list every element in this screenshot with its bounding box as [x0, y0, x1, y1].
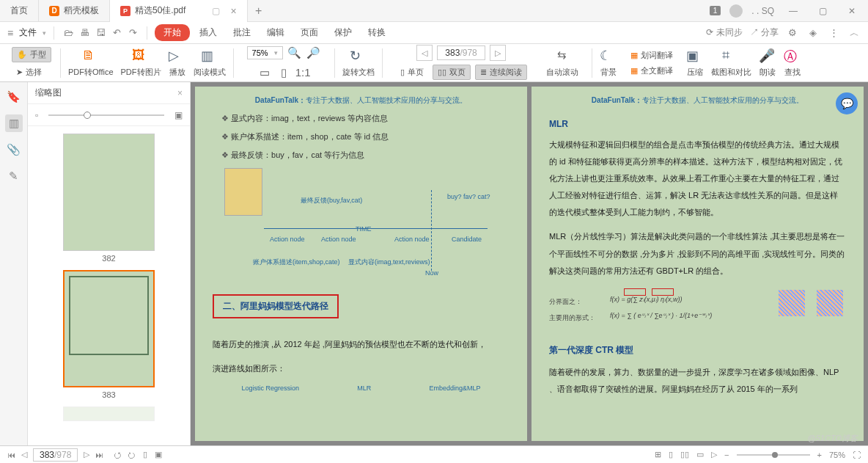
collapse-ribbon-icon[interactable]: ︿	[847, 26, 861, 40]
auto-scroll-button[interactable]: 自动滚动	[542, 65, 583, 79]
select-tool-button[interactable]: ➤选择	[12, 65, 46, 79]
thumb-large-icon[interactable]: ▣	[174, 110, 183, 120]
read-mode-button[interactable]: ▥阅读模式	[191, 46, 229, 79]
maximize-button[interactable]: ▢	[812, 6, 833, 16]
hamburger-icon[interactable]: ≡	[7, 27, 13, 39]
view-mode-icon[interactable]: ▯	[143, 450, 147, 459]
sync-status[interactable]: ⟳ 未同步	[706, 26, 742, 39]
next-page-button[interactable]: ▷	[490, 45, 506, 61]
menu-annotate[interactable]: 批注	[227, 25, 257, 40]
minimize-button[interactable]: —	[783, 6, 803, 16]
play-button[interactable]: ▷播放	[166, 46, 189, 79]
jump-button[interactable]: ⇆	[551, 46, 574, 64]
close-icon[interactable]: ×	[177, 88, 183, 98]
menu-protect[interactable]: 保护	[328, 25, 358, 40]
zoom-in-icon[interactable]: 🔎	[306, 45, 321, 60]
bookmark-icon[interactable]: 🔖	[5, 88, 23, 106]
prev-page-button[interactable]: ◁	[416, 45, 433, 61]
word-translate-button[interactable]: ▦划词翻译	[626, 48, 677, 62]
fit-width-icon[interactable]: ▭	[257, 65, 272, 80]
screenshot-button[interactable]: ⌗截图和对比	[708, 46, 754, 79]
zoom-value[interactable]: 75%	[829, 451, 845, 459]
nav-fwd-icon[interactable]: ⭮	[128, 451, 136, 459]
menu-convert[interactable]: 转换	[361, 25, 392, 40]
pdf-to-office-button[interactable]: 🗎PDF转Office	[65, 46, 117, 79]
thumb-small-icon[interactable]: ▫	[35, 110, 38, 120]
rotate-button[interactable]: ↻旋转文档	[339, 46, 378, 79]
separator	[592, 48, 592, 78]
attachment-icon[interactable]: 📎	[5, 141, 23, 158]
first-page-icon[interactable]: ⏮	[7, 451, 15, 459]
layout-icon[interactable]: ▯▯	[680, 450, 689, 459]
thumb-list[interactable]: 382 383	[28, 126, 190, 445]
share-button[interactable]: ↗ 分享	[750, 26, 779, 39]
view-mode-icon[interactable]: ▣	[155, 450, 162, 459]
mic-icon: 🎤	[759, 48, 776, 65]
open-icon[interactable]: 🗁	[62, 26, 75, 40]
full-translate-button[interactable]: ▦全文翻译	[626, 64, 677, 78]
fit-page-icon[interactable]: ▯	[276, 65, 291, 80]
thumbnails-icon[interactable]: ▥	[5, 114, 23, 132]
tab-restore-icon[interactable]: ▢	[212, 6, 220, 16]
thumb-item[interactable]: 383	[63, 270, 155, 399]
layout-icon[interactable]: ▯	[669, 450, 673, 459]
assistant-button[interactable]: 💬	[836, 92, 858, 114]
menu-insert[interactable]: 插入	[193, 25, 224, 40]
signature-icon[interactable]: ✎	[5, 167, 23, 185]
close-icon[interactable]: ×	[230, 5, 236, 17]
page-header: DataFunTalk：专注于大数据、人工智能技术应用的分享与交流。	[213, 95, 510, 106]
compress-button[interactable]: ▣压缩	[683, 46, 707, 79]
thumb-size-slider[interactable]	[48, 114, 164, 116]
avatar[interactable]	[729, 4, 743, 18]
thumb-item[interactable]	[63, 407, 155, 421]
save-icon[interactable]: 🖫	[94, 26, 107, 40]
menu-page[interactable]: 页面	[294, 25, 325, 40]
notification-badge[interactable]: 1	[710, 6, 721, 15]
separator	[60, 48, 61, 78]
read-aloud-button[interactable]: 🎤朗读	[756, 46, 779, 79]
background-button[interactable]: ☾背景	[597, 46, 620, 79]
find-button[interactable]: Ⓐ查找	[781, 46, 804, 79]
play-icon[interactable]: ▷	[711, 450, 717, 459]
tab-home[interactable]: 首页	[0, 0, 39, 22]
hand-tool-button[interactable]: ✋手型	[12, 47, 51, 62]
continuous-button[interactable]: ≣连续阅读	[475, 65, 527, 80]
single-page-button[interactable]: ▯单页	[396, 65, 428, 79]
actual-size-icon[interactable]: 1:1	[295, 65, 310, 80]
page-right: DataFunTalk：专注于大数据、人工智能技术应用的分享与交流。 MLR 大…	[532, 87, 864, 441]
paragraph: 随着硬件的发展，算力、数据量的进一步提升，深度学习在诸多领域如图像、NLP 、语…	[549, 364, 846, 398]
pdf-to-image-button[interactable]: 🖼PDF转图片	[118, 46, 164, 79]
undo-icon[interactable]: ↶	[110, 26, 123, 40]
prev-page-icon[interactable]: ◁	[21, 450, 27, 459]
fullscreen-icon[interactable]: ⛶	[853, 451, 861, 459]
statusbar: ⏮ ◁ 383/978 ▷ ⏭ ⭯ ⭮ ▯ ▣ ⊞ ▯ ▯▯ ▭ ▷ − + 7…	[0, 445, 868, 463]
redo-icon[interactable]: ↷	[126, 26, 139, 40]
zoom-in-icon[interactable]: +	[817, 451, 822, 459]
thumb-item[interactable]: 382	[63, 134, 155, 263]
zoom-select[interactable]: 75%▾	[247, 46, 283, 59]
new-tab-button[interactable]: +	[248, 4, 270, 18]
document-view[interactable]: DataFunTalk：专注于大数据、人工智能技术应用的分享与交流。 显式内容：…	[191, 82, 868, 445]
math-figure: 分界面之： f(x) = g(∑ zᵢ(x,μᵢ) ηᵢ(x,w)) 主要用的形…	[549, 287, 846, 331]
close-button[interactable]: ✕	[842, 6, 862, 16]
file-menu[interactable]: 文件	[19, 26, 37, 39]
fit-icon[interactable]: ⊞	[655, 450, 661, 459]
zoom-out-icon[interactable]: −	[724, 451, 729, 459]
last-page-icon[interactable]: ⏭	[95, 451, 103, 459]
print-icon[interactable]: 🖶	[78, 26, 91, 40]
gear-icon[interactable]: ⚙	[786, 26, 799, 40]
zoom-slider[interactable]	[737, 454, 810, 456]
skin-icon[interactable]: ◈	[806, 26, 820, 40]
page-input[interactable]: 383/978	[437, 45, 485, 60]
nav-back-icon[interactable]: ⭯	[114, 451, 122, 459]
zoom-out-icon[interactable]: 🔍	[287, 45, 302, 60]
tab-templates[interactable]: D 稻壳模板	[39, 0, 110, 22]
tab-active-document[interactable]: P 精选50佳.pdf ▢ ×	[110, 0, 248, 22]
page-input[interactable]: 383/978	[33, 448, 78, 462]
read-icon[interactable]: ▭	[696, 450, 704, 459]
more-icon[interactable]: ⋮	[827, 26, 840, 40]
double-page-button[interactable]: ▯▯双页	[433, 65, 471, 80]
menu-edit[interactable]: 编辑	[260, 25, 291, 40]
next-page-icon[interactable]: ▷	[84, 450, 89, 459]
menu-start[interactable]: 开始	[155, 24, 190, 41]
